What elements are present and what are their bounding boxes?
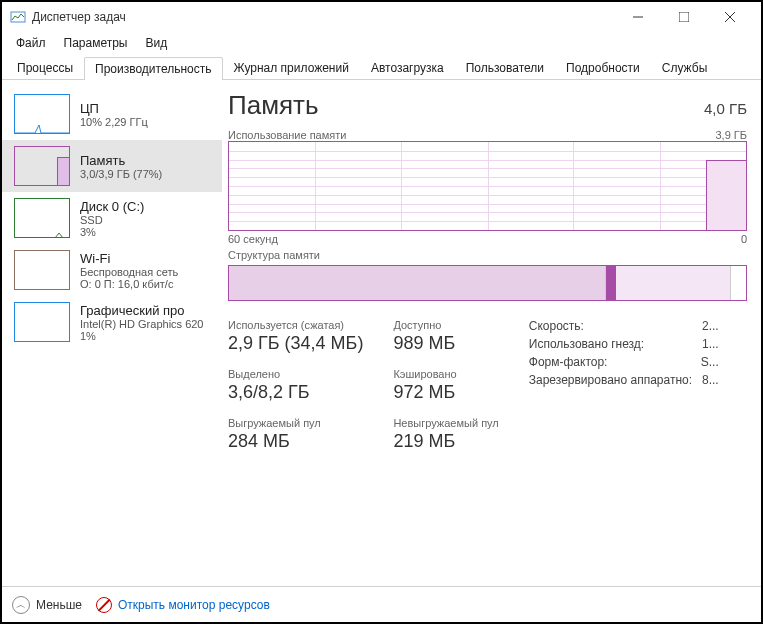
- wifi-sub2: О: 0 П: 16,0 кбит/с: [80, 278, 178, 290]
- menu-view[interactable]: Вид: [137, 34, 175, 52]
- window-title: Диспетчер задач: [32, 10, 615, 24]
- cpu-title: ЦП: [80, 101, 148, 116]
- tab-services[interactable]: Службы: [651, 56, 718, 79]
- memory-sub: 3,0/3,9 ГБ (77%): [80, 168, 162, 180]
- open-resource-monitor-link[interactable]: Открыть монитор ресурсов: [96, 597, 270, 613]
- gpu-title: Графический про: [80, 303, 204, 318]
- disk-sub2: 3%: [80, 226, 144, 238]
- monitor-icon: [96, 597, 112, 613]
- sidebar-item-cpu[interactable]: ЦП 10% 2,29 ГГц: [2, 88, 222, 140]
- stats-area: Используется (сжатая) 2,9 ГБ (34,4 МБ) В…: [228, 319, 747, 452]
- bottom-bar: ︿ Меньше Открыть монитор ресурсов: [2, 586, 761, 622]
- chevron-up-icon: ︿: [12, 596, 30, 614]
- fewer-details-button[interactable]: ︿ Меньше: [12, 596, 82, 614]
- tab-startup[interactable]: Автозагрузка: [360, 56, 455, 79]
- menu-file[interactable]: Файл: [8, 34, 54, 52]
- stat-paged: Выгружаемый пул 284 МБ: [228, 417, 363, 452]
- minimize-button[interactable]: [615, 2, 661, 32]
- stat-committed: Выделено 3,6/8,2 ГБ: [228, 368, 363, 403]
- sidebar-item-disk[interactable]: Диск 0 (C:) SSD 3%: [2, 192, 222, 244]
- tab-users[interactable]: Пользователи: [455, 56, 555, 79]
- menu-options[interactable]: Параметры: [56, 34, 136, 52]
- svg-rect-0: [11, 12, 25, 22]
- wifi-title: Wi-Fi: [80, 251, 178, 266]
- memory-title: Память: [80, 153, 162, 168]
- app-icon: [10, 9, 26, 25]
- usage-chart-label: Использование памяти: [228, 129, 346, 141]
- cpu-mini-chart: [14, 94, 70, 134]
- stat-inuse: Используется (сжатая) 2,9 ГБ (34,4 МБ): [228, 319, 363, 354]
- wifi-mini-chart: [14, 250, 70, 290]
- svg-rect-2: [679, 12, 689, 22]
- usage-chart-max: 3,9 ГБ: [715, 129, 747, 141]
- performance-sidebar: ЦП 10% 2,29 ГГц Память 3,0/3,9 ГБ (77%) …: [2, 80, 222, 584]
- axis-right: 0: [741, 233, 747, 245]
- tab-bar: Процессы Производительность Журнал прило…: [2, 54, 761, 80]
- menubar: Файл Параметры Вид: [2, 32, 761, 54]
- sidebar-item-gpu[interactable]: Графический про Intel(R) HD Graphics 620…: [2, 296, 222, 348]
- close-button[interactable]: [707, 2, 753, 32]
- main-panel: Память 4,0 ГБ Использование памяти 3,9 Г…: [222, 80, 761, 584]
- maximize-button[interactable]: [661, 2, 707, 32]
- stat-cached: Кэшировано 972 МБ: [393, 368, 498, 403]
- page-title: Память: [228, 90, 319, 121]
- disk-sub1: SSD: [80, 214, 144, 226]
- stat-available: Доступно 989 МБ: [393, 319, 498, 354]
- total-memory: 4,0 ГБ: [704, 100, 747, 117]
- tab-processes[interactable]: Процессы: [6, 56, 84, 79]
- stat-nonpaged: Невыгружаемый пул 219 МБ: [393, 417, 498, 452]
- memory-composition-chart[interactable]: [228, 265, 747, 301]
- composition-label: Структура памяти: [228, 249, 320, 261]
- gpu-sub1: Intel(R) HD Graphics 620: [80, 318, 204, 330]
- memory-usage-chart[interactable]: [228, 141, 747, 231]
- cpu-sub: 10% 2,29 ГГц: [80, 116, 148, 128]
- gpu-sub2: 1%: [80, 330, 204, 342]
- tab-apphistory[interactable]: Журнал приложений: [223, 56, 360, 79]
- gpu-mini-chart: [14, 302, 70, 342]
- wifi-sub1: Беспроводная сеть: [80, 266, 178, 278]
- titlebar: Диспетчер задач: [2, 2, 761, 32]
- sidebar-item-memory[interactable]: Память 3,0/3,9 ГБ (77%): [2, 140, 222, 192]
- tab-details[interactable]: Подробности: [555, 56, 651, 79]
- disk-title: Диск 0 (C:): [80, 199, 144, 214]
- axis-left: 60 секунд: [228, 233, 278, 245]
- memory-mini-chart: [14, 146, 70, 186]
- specs-table: Скорость:2... Использовано гнезд:1... Фо…: [529, 319, 719, 452]
- window-controls: [615, 2, 753, 32]
- sidebar-item-wifi[interactable]: Wi-Fi Беспроводная сеть О: 0 П: 16,0 кби…: [2, 244, 222, 296]
- content-area: ЦП 10% 2,29 ГГц Память 3,0/3,9 ГБ (77%) …: [2, 80, 761, 584]
- tab-performance[interactable]: Производительность: [84, 57, 222, 80]
- disk-mini-chart: [14, 198, 70, 238]
